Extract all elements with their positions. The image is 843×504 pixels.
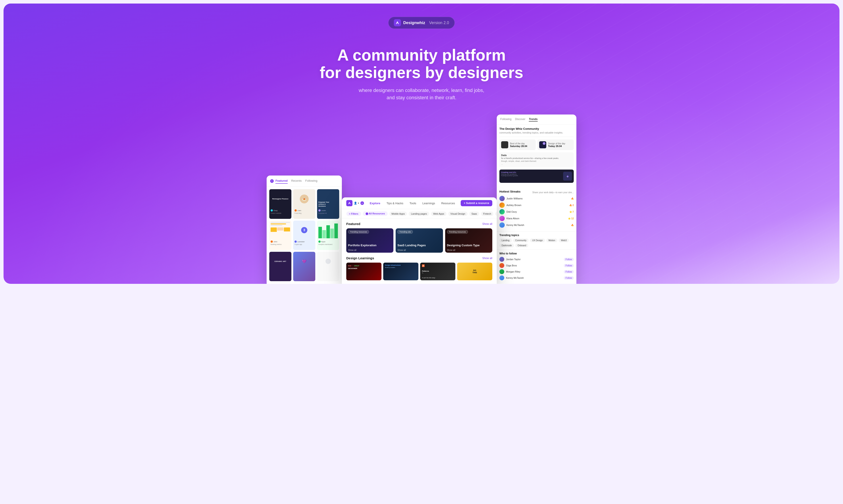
filter-landing-pages[interactable]: Landing pages [409, 212, 429, 216]
left-feed-panel: 01 Featured Recents Following Reimagine … [266, 176, 342, 284]
rp-tab-discover[interactable]: Discover [515, 117, 526, 122]
filters-button[interactable]: ≡ Filters [346, 212, 361, 216]
trending-topics-title: Trending topics [499, 234, 574, 237]
hero-title: A community platform for designers by de… [12, 47, 831, 82]
feed-badge: 01 [270, 179, 274, 183]
learning-card-2[interactable]: Design Infrastructure Building scalable.… [383, 263, 418, 280]
feed-card[interactable]: ₿ Lannister Crypto app [293, 221, 315, 250]
design-of-day-label: Design of the day [548, 142, 565, 145]
featured-show-all[interactable]: Show all [482, 222, 492, 226]
day-cards: Best of the day Saturday 28.04 Design of… [499, 140, 574, 150]
filter-saas[interactable]: Saas [469, 212, 479, 216]
rp-tab-following[interactable]: Following [500, 117, 512, 122]
feed-card[interactable]: Reimagine Finance Ozzy Fintech website [269, 189, 291, 219]
window-content: Featured Show all Trending resources Por… [342, 218, 497, 284]
topic-onboard[interactable]: Onboard [515, 244, 528, 247]
giga-name: Giga Bros [506, 264, 517, 267]
feed-card[interactable]: CERAMIC ART [269, 252, 291, 281]
justin-avatar [499, 196, 505, 201]
nav-explore[interactable]: Explore [367, 200, 383, 206]
window-header: 👤 ▾ 01 Explore Tips & Hacks Tools Learni… [342, 197, 497, 209]
dark-post-card: Creating cool UI's Solving user problems… [499, 169, 574, 183]
feed-grid: Reimagine Finance Ozzy Fintech website 🍝 [266, 186, 342, 284]
giga-avatar [499, 263, 504, 268]
streak-user-justin: Justin Williams [499, 196, 522, 201]
featured-card-saas[interactable]: Trending site SaaS Landing Pages Show al… [396, 228, 443, 253]
streak-item-klara: Klara Alison ⭐ 12 [499, 216, 574, 221]
learnings-show-all[interactable]: Show all [482, 257, 492, 260]
best-of-day-date: Saturday 28.04 [510, 145, 527, 147]
tab-recents[interactable]: Recents [291, 178, 302, 184]
streak-item-justin: Justin Williams 🔥 [499, 196, 574, 201]
nav-learnings[interactable]: Learnings [420, 200, 438, 206]
hottest-streaks-section: Hottest Streaks Share your work daily—to… [497, 188, 577, 231]
card-badge-3: Trending resources [447, 230, 468, 234]
didi-streak-badge: ⭐ 7 [569, 211, 574, 213]
design-of-day-card[interactable]: Design of the day Today 29.04 [537, 140, 574, 150]
feed-card[interactable]: 💜 [293, 252, 315, 281]
app-logo-icon [394, 19, 401, 26]
filter-fintech[interactable]: Fintech [481, 212, 494, 216]
topic-motion[interactable]: Motion [546, 238, 557, 242]
card-show-1[interactable]: Show all [348, 249, 357, 251]
kenny-name: Kenny McTavish [506, 224, 524, 226]
topic-web3[interactable]: Web3 [559, 238, 569, 242]
feed-card-empower-ai[interactable]: Empower YourActions &Decisions Justin Em… [317, 189, 339, 219]
card-show-3[interactable]: Show all [447, 249, 455, 251]
follow-jordan-button[interactable]: Follow [564, 258, 574, 261]
learning-card-do-this[interactable]: DO THIS [457, 263, 492, 280]
learning-card-1[interactable]: BAD → GREAT DESIGNER [346, 263, 381, 280]
topic-darkmode[interactable]: Darkmode [499, 244, 514, 247]
learning-card-cant-be-easy[interactable]: ▶ Patterns ✎ It can't be this easy [420, 263, 455, 280]
featured-section-header: Featured Show all [346, 222, 492, 226]
filter-visual-design[interactable]: Visual Design [448, 212, 467, 216]
featured-card-type[interactable]: Trending resources Designing Custom Type… [445, 228, 492, 253]
feed-tabs: Featured Recents Following [275, 178, 317, 184]
jordan-name: Jordan Taylor [506, 258, 521, 260]
follow-morgan-button[interactable]: Follow [564, 270, 574, 273]
tab-featured[interactable]: Featured [275, 178, 288, 184]
right-panel: Following Discover Trends The Design Whi… [497, 114, 577, 284]
filter-mobile-apps[interactable]: Mobile Apps [390, 212, 407, 216]
feed-card[interactable]: John Banking metrics [269, 221, 291, 250]
topic-landing[interactable]: Landing [499, 238, 512, 242]
learnings-section-header: Design Learnings Show all [346, 256, 492, 260]
version-badge[interactable]: Designwhiz Version 2.0 [388, 17, 454, 29]
tab-following[interactable]: Following [305, 178, 317, 184]
feed-card[interactable]: Ryan Analytics dashboard [317, 221, 339, 250]
streak-user-kenny: Kenny McTavish [499, 222, 524, 228]
card-show-2[interactable]: Show all [397, 249, 406, 251]
featured-card-portfolio[interactable]: Trending resources Portfolio Exploration… [346, 228, 393, 253]
follow-user-kenny2: Kenny McTavish [499, 275, 524, 280]
learning-card-1-text: BAD → GREAT DESIGNER [346, 263, 381, 271]
feed-card[interactable]: 🍝 Liam Food blog [293, 189, 315, 219]
streak-user-didi: Didi Ozzy [499, 209, 517, 214]
ashley-name: Ashley Brown [506, 204, 521, 206]
justin-name: Justin Williams [506, 197, 522, 200]
feed-card[interactable] [317, 252, 339, 281]
community-title: The Design Whiz Community [499, 127, 574, 130]
morgan-name: Morgan Riley [506, 270, 520, 273]
follow-giga: Giga Bros Follow [499, 263, 574, 268]
community-post-preview: Dada for a friend's productized service … [499, 152, 574, 167]
window-nav: Explore Tips & Hacks Tools Learnings Res… [367, 200, 458, 206]
nav-tools[interactable]: Tools [407, 200, 419, 206]
card-badge-2: Trending site [397, 230, 413, 234]
streak-user-ashley: Ashley Brown [499, 202, 521, 208]
filter-education[interactable]: Education [495, 212, 497, 216]
best-of-day-card[interactable]: Best of the day Saturday 28.04 [499, 140, 536, 150]
follow-kenny-button[interactable]: Follow [564, 276, 574, 280]
streak-item-kenny: Kenny McTavish 🔥 [499, 222, 574, 228]
all-resources-filter[interactable]: ⬤ All Resources [363, 211, 388, 216]
follow-giga-button[interactable]: Follow [564, 264, 574, 267]
topic-community[interactable]: Community [513, 238, 529, 242]
hero-section: Designwhiz Version 2.0 A community platf… [3, 3, 840, 284]
user-avatar-btn[interactable]: 👤 ▾ [354, 202, 359, 205]
nav-tips[interactable]: Tips & Hacks [384, 200, 406, 206]
card-title-3: Designing Custom Type [447, 244, 480, 247]
filter-web-apps[interactable]: Web Apps [431, 212, 447, 216]
nav-resources[interactable]: Resources [438, 200, 458, 206]
rp-tab-trends[interactable]: Trends [529, 117, 537, 122]
submit-resource-button[interactable]: + Submit a resource [461, 200, 492, 206]
topic-ux-design[interactable]: UX Design [530, 238, 545, 242]
